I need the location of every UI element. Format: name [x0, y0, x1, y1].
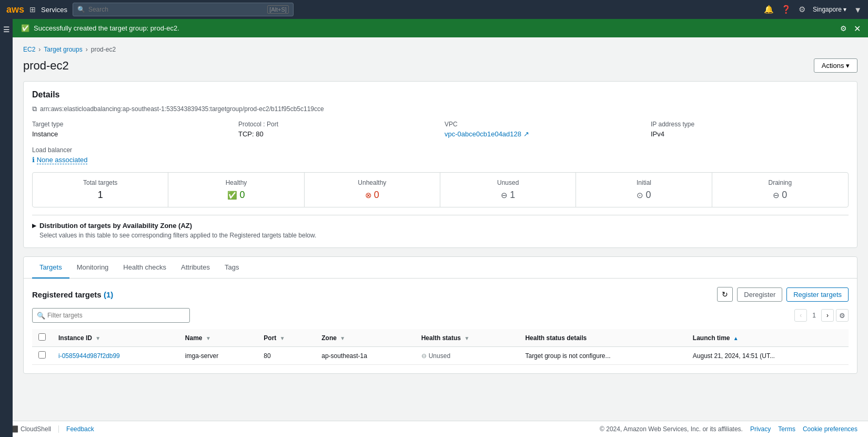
refresh-button[interactable]: ↻: [717, 287, 733, 302]
page-header: prod-ec2 Actions ▾: [23, 58, 857, 73]
pagination: ‹ 1 › ⚙: [794, 309, 849, 322]
breadcrumb-current: prod-ec2: [91, 46, 116, 53]
prev-page-button[interactable]: ‹: [794, 309, 807, 322]
protocol-item: Protocol : Port TCP: 80: [238, 121, 436, 138]
tabs-content: Registered targets (1) ↻ Deregister Regi…: [24, 279, 857, 373]
targets-table: Instance ID ▼ Name ▼ Port ▼ Zone ▼: [32, 329, 849, 365]
register-targets-button[interactable]: Register targets: [786, 287, 849, 302]
unused-label: Unused: [448, 179, 568, 186]
target-type-item: Target type Instance: [32, 121, 230, 138]
table-settings-gear[interactable]: ⚙: [836, 309, 849, 322]
filter-targets-input[interactable]: [47, 312, 185, 319]
col-health-status[interactable]: Health status ▼: [415, 329, 519, 347]
arn-row: ⧉ arn:aws:elasticloadbalancing:ap-southe…: [32, 105, 849, 113]
load-balancer-item: Load balancer ℹ None associated: [32, 146, 849, 164]
health-status-badge: ⊖ Unused: [421, 352, 513, 360]
tab-monitoring[interactable]: Monitoring: [69, 257, 116, 279]
details-card: Details ⧉ arn:aws:elasticloadbalancing:a…: [23, 81, 857, 248]
tab-health-checks[interactable]: Health checks: [116, 257, 174, 279]
initial-icon: ⊙: [637, 191, 643, 200]
success-banner: ✅ Successfully created the target group:…: [13, 19, 868, 37]
help-icon[interactable]: ❓: [781, 5, 791, 14]
stats-bar: Total targets 1 Healthy ✅ 0 Unhealthy ⊗ …: [32, 172, 849, 207]
search-shortcut: [Alt+S]: [267, 5, 289, 14]
success-message: Successfully created the target group: p…: [34, 24, 179, 32]
port-sort-icon: ▼: [280, 335, 285, 341]
row-instance-id-link[interactable]: i-0585944d987f2db99: [58, 352, 120, 360]
table-header: Instance ID ▼ Name ▼ Port ▼ Zone ▼: [32, 329, 849, 347]
initial-count: 0: [645, 190, 651, 201]
services-button[interactable]: Services: [41, 6, 67, 14]
launch-time-sort-icon: ▲: [733, 335, 739, 341]
registered-targets-title: Registered targets (1): [32, 290, 113, 299]
col-zone[interactable]: Zone ▼: [315, 329, 415, 347]
col-launch-time[interactable]: Launch time ▲: [687, 329, 849, 347]
sidebar-toggle[interactable]: ☰: [0, 19, 13, 382]
unused-count: 1: [510, 190, 515, 201]
tab-tags[interactable]: Tags: [217, 257, 246, 279]
main-content: ✅ Successfully created the target group:…: [13, 19, 868, 382]
actions-button[interactable]: Actions ▾: [814, 58, 857, 73]
top-nav-right: 🔔 ❓ ⚙ Singapore ▾ ▼: [764, 5, 862, 14]
unhealthy-x-icon: ⊗: [365, 191, 372, 200]
draining-icon: ⊖: [773, 191, 780, 200]
az-subtitle: Select values in this table to see corre…: [39, 232, 849, 239]
protocol-value: TCP: 80: [238, 130, 436, 138]
row-launch-time-cell: August 21, 2024, 14:51 (UT...: [687, 347, 849, 365]
tab-attributes[interactable]: Attributes: [174, 257, 217, 279]
banner-close-button[interactable]: ✕: [854, 23, 861, 33]
total-targets-cell: Total targets 1: [33, 173, 168, 207]
col-health-status-details: Health status details: [519, 329, 686, 347]
unhealthy-label: Unhealthy: [312, 179, 432, 186]
tab-targets[interactable]: Targets: [32, 257, 69, 279]
target-type-label: Target type: [32, 121, 230, 128]
search-input[interactable]: [88, 6, 264, 13]
details-grid: Target type Instance Protocol : Port TCP…: [32, 121, 849, 138]
vpc-value: vpc-0abce0cb1e04ad128 ↗: [445, 130, 642, 138]
unused-value: ⊖ 1: [448, 190, 568, 201]
vpc-link[interactable]: vpc-0abce0cb1e04ad128 ↗: [445, 130, 529, 138]
row-checkbox[interactable]: [38, 351, 46, 359]
region-selector[interactable]: Singapore ▾: [813, 6, 846, 13]
search-bar[interactable]: 🔍 [Alt+S]: [73, 3, 294, 16]
unhealthy-value: ⊗ 0: [312, 190, 432, 201]
next-page-button[interactable]: ›: [821, 309, 834, 322]
total-targets-value: 1: [40, 190, 160, 201]
filter-input-wrap[interactable]: 🔍: [32, 308, 190, 323]
vpc-label: VPC: [445, 121, 642, 128]
healthy-label: Healthy: [176, 179, 296, 186]
az-toggle[interactable]: ▶ Distribution of targets by Availabilit…: [32, 222, 849, 230]
breadcrumb-target-groups[interactable]: Target groups: [44, 46, 82, 53]
col-name[interactable]: Name ▼: [179, 329, 257, 347]
draining-label: Draining: [720, 179, 841, 186]
row-name-cell: imga-server: [179, 347, 257, 365]
section-actions: ↻ Deregister Register targets: [717, 287, 849, 302]
banner-settings-icon[interactable]: ⚙: [840, 24, 847, 33]
page-area: EC2 › Target groups › prod-ec2 prod-ec2 …: [13, 37, 868, 382]
deregister-button[interactable]: Deregister: [737, 287, 782, 302]
aws-logo: aws: [6, 4, 24, 15]
table-body: i-0585944d987f2db99 imga-server 80 ap-so…: [32, 347, 849, 365]
none-associated-link[interactable]: None associated: [37, 156, 88, 164]
total-targets-label: Total targets: [40, 179, 160, 186]
copy-arn-icon[interactable]: ⧉: [32, 105, 37, 113]
initial-cell: Initial ⊙ 0: [576, 173, 712, 207]
ip-address-type-value: IPv4: [651, 130, 849, 138]
notifications-icon[interactable]: 🔔: [764, 5, 774, 14]
tabs-container: Targets Monitoring Health checks Attribu…: [23, 256, 857, 374]
grid-icon[interactable]: ⊞: [29, 5, 36, 14]
settings-icon[interactable]: ⚙: [799, 5, 805, 14]
expand-icon[interactable]: ▼: [854, 5, 862, 14]
breadcrumb-ec2[interactable]: EC2: [23, 46, 35, 53]
target-type-value: Instance: [32, 130, 230, 138]
breadcrumb-sep-1: ›: [38, 46, 41, 53]
col-port[interactable]: Port ▼: [257, 329, 315, 347]
col-instance-id[interactable]: Instance ID ▼: [52, 329, 179, 347]
unused-status-icon: ⊖: [421, 352, 427, 360]
check-all-checkbox[interactable]: [38, 333, 46, 341]
col-check-all: [32, 329, 52, 347]
section-title-text: Registered targets (1): [32, 290, 113, 299]
row-instance-id-cell: i-0585944d987f2db99: [52, 347, 179, 365]
details-card-title: Details: [32, 90, 849, 100]
unhealthy-count: 0: [374, 190, 379, 201]
